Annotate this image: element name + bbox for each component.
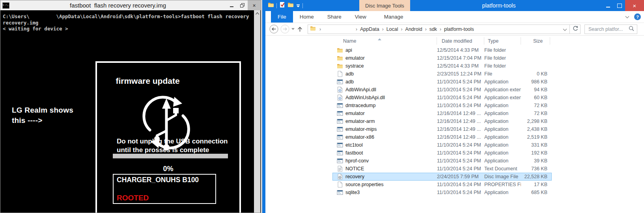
forward-button[interactable] xyxy=(280,25,289,34)
back-button[interactable] xyxy=(269,25,278,34)
breadcrumb-separator-icon[interactable]: › xyxy=(382,26,384,32)
breadcrumb-separator-icon[interactable]: › xyxy=(440,26,441,32)
tab-share[interactable]: Share xyxy=(321,11,348,23)
cmd-restore-button[interactable] xyxy=(237,0,248,10)
file-row[interactable]: dmtracedump 11/10/2014 5:24 PM Applicati… xyxy=(332,102,552,109)
search-icon[interactable] xyxy=(629,26,634,33)
file-type: Application xyxy=(484,150,521,156)
file-row[interactable]: fastboot 11/10/2014 5:24 PM Application … xyxy=(332,149,552,157)
cmd-scrollbar[interactable] xyxy=(254,10,260,213)
cmd-titlebar[interactable]: C:\. fastboot flash recovery recovery.im… xyxy=(0,0,261,10)
column-header-name[interactable]: Name xyxy=(332,37,437,45)
file-date-modified: 12/15/2014 7:04 PM xyxy=(437,55,484,61)
file-type: Application xyxy=(484,126,521,132)
restore-icon xyxy=(240,3,245,8)
tab-view[interactable]: View xyxy=(348,11,373,23)
file-row[interactable]: api 12/5/2014 4:33 PM File folder xyxy=(332,46,552,54)
application-icon xyxy=(337,150,343,156)
cmd-app-icon[interactable]: C:\. xyxy=(2,2,9,9)
file-row[interactable]: emulator 12/15/2014 7:04 PM File folder xyxy=(332,54,552,62)
column-header-size[interactable]: Size xyxy=(521,37,550,45)
breadcrumb-segment[interactable]: sdk xyxy=(429,26,437,32)
refresh-icon[interactable] xyxy=(572,25,578,33)
breadcrumb-segment[interactable]: platform-tools xyxy=(444,26,474,32)
breadcrumb-segment[interactable]: AppData xyxy=(360,26,379,32)
new-folder-icon[interactable] xyxy=(287,2,294,9)
annotation-text: LG Realm shows this ----> xyxy=(12,105,73,126)
file-row[interactable]: emulator-mips 12/16/2014 12:49 ... Appli… xyxy=(332,125,552,133)
properties-icon[interactable] xyxy=(279,2,285,9)
address-dropdown-icon[interactable] xyxy=(563,26,567,33)
device-label: CHARGER_ONUHS B100 xyxy=(117,176,212,184)
file-row[interactable]: hprof-conv 11/10/2014 5:24 PM Applicatio… xyxy=(332,157,552,165)
file-row[interactable]: emulator 12/16/2014 12:49 ... Applicatio… xyxy=(332,109,552,117)
search-input[interactable] xyxy=(588,26,629,32)
file-row[interactable]: NOTICE 11/10/2014 5:24 PM Text Document … xyxy=(332,165,552,173)
file-row[interactable]: adb 2/23/2015 12:24 PM File 0 KB xyxy=(332,70,552,78)
tab-home[interactable]: Home xyxy=(293,11,321,23)
file-date-modified: 11/10/2014 5:24 PM xyxy=(437,166,484,172)
folder-icon[interactable] xyxy=(268,2,274,9)
breadcrumb-separator-icon[interactable]: › xyxy=(401,26,403,32)
file-row[interactable]: AdbWinUsbApi.dll 11/10/2014 5:24 PM Appl… xyxy=(332,94,552,102)
file-size: 17 KB xyxy=(521,182,547,187)
folder-icon xyxy=(337,55,343,61)
breadcrumb-segment[interactable]: Local xyxy=(386,26,398,32)
file-row[interactable]: sqlite3 11/10/2014 5:24 PM Application 6… xyxy=(332,188,552,196)
file-type: File xyxy=(484,71,521,77)
file-name: dmtracedump xyxy=(345,103,375,108)
column-header-type[interactable]: Type xyxy=(484,37,521,45)
file-row[interactable]: etc1tool 11/10/2014 5:24 PM Application … xyxy=(332,141,552,149)
scroll-up-button[interactable] xyxy=(254,10,260,16)
screen: C:\. fastboot flash recovery recovery.im… xyxy=(0,0,644,213)
file-row[interactable]: systrace 12/5/2014 4:33 PM File folder xyxy=(332,62,552,70)
tab-file[interactable]: File xyxy=(271,11,293,23)
file-row[interactable]: emulator-x86 12/16/2014 12:49 ... Applic… xyxy=(332,133,552,141)
breadcrumb-segment[interactable]: Android xyxy=(405,26,422,32)
explorer-titlebar[interactable]: platform-tools Disc Image Tools × xyxy=(265,0,644,11)
explorer-maximize-button[interactable] xyxy=(614,0,625,11)
file-row[interactable]: adb 11/10/2014 5:24 PM Application 986 K… xyxy=(332,78,552,86)
column-header-date-modified[interactable]: Date modified xyxy=(437,37,484,45)
file-row[interactable]: source.properties 11/10/2014 5:24 PM PRO… xyxy=(332,181,552,188)
file-date-modified: 12/16/2014 12:49 ... xyxy=(437,119,484,124)
file-type: Application xyxy=(484,79,521,85)
file-type: Application extens... xyxy=(484,87,521,92)
terminal-output: C:\Users\ \AppData\Local\Android\sdk\pla… xyxy=(1,10,254,32)
cmd-window-title: fastboot flash recovery recovery.img xyxy=(9,2,226,9)
address-bar[interactable]: ››AppData›Local›Android›sdk›platform-too… xyxy=(308,25,581,34)
cmd-close-button[interactable]: × xyxy=(248,0,261,10)
contextual-tab-group[interactable]: Disc Image Tools xyxy=(359,0,410,11)
file-row[interactable]: AdbWinApi.dll 11/10/2014 5:24 PM Applica… xyxy=(332,86,552,94)
ribbon-tab-bar: File Home Share View Manage ? xyxy=(265,11,644,23)
file-name: emulator-arm xyxy=(345,119,375,124)
recent-locations-icon[interactable] xyxy=(291,28,295,30)
cmd-minimize-button[interactable] xyxy=(226,0,237,10)
ribbon-collapse-icon[interactable] xyxy=(625,14,629,20)
progress-bar xyxy=(113,154,228,158)
file-row[interactable]: emulator-arm 12/16/2014 12:49 ... Applic… xyxy=(332,117,552,125)
search-box[interactable] xyxy=(584,25,637,34)
file-row[interactable]: recovery 2/24/2015 7:59 PM Disc Image Fi… xyxy=(332,173,552,181)
qat-customize-icon[interactable] xyxy=(296,2,300,9)
breadcrumb-separator-icon[interactable]: › xyxy=(356,26,357,32)
tab-manage[interactable]: Manage xyxy=(377,11,410,23)
breadcrumb-separator-icon[interactable]: › xyxy=(319,26,321,32)
device-info-box: CHARGER_ONUHS B100 ROOTED xyxy=(113,174,216,204)
file-type: Application xyxy=(484,103,521,108)
explorer-minimize-button[interactable] xyxy=(602,0,614,11)
file-name: emulator-x86 xyxy=(345,134,374,140)
location-folder-icon xyxy=(310,25,316,33)
up-button[interactable] xyxy=(297,26,303,32)
file-type: Disc Image File xyxy=(484,174,521,179)
file-type: Application xyxy=(484,134,521,140)
help-button[interactable]: ? xyxy=(634,13,641,20)
address-bar-row: ››AppData›Local›Android›sdk›platform-too… xyxy=(265,23,644,36)
quick-access-toolbar xyxy=(265,0,303,11)
file-size: 2,438 KB xyxy=(521,126,547,132)
file-type: Text Document xyxy=(484,166,521,172)
explorer-close-button[interactable]: × xyxy=(625,0,644,11)
breadcrumb-separator-icon[interactable]: › xyxy=(425,26,427,32)
file-name: AdbWinUsbApi.dll xyxy=(345,95,385,100)
file-name: NOTICE xyxy=(345,166,364,172)
